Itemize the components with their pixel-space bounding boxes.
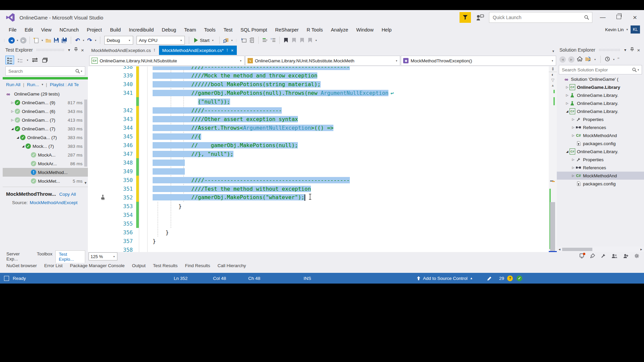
outline-margin[interactable]: [139, 193, 148, 202]
outline-margin[interactable]: [139, 158, 148, 167]
code-line[interactable]: 341 //gamerObj.MakePotions(null).Throws(…: [88, 88, 549, 97]
user-name[interactable]: Kevin Lin: [605, 27, 624, 32]
run-all-link[interactable]: Run All: [6, 82, 20, 87]
test-tree-item[interactable]: ◢✓OnlineGam... (7)383 ms: [3, 124, 88, 133]
menu-analyze[interactable]: Analyze: [327, 26, 352, 34]
code-text[interactable]: //}, "null");: [148, 151, 549, 157]
menu-debug[interactable]: Debug: [158, 26, 180, 34]
code-line[interactable]: 339 ////Mock the method and throw except…: [88, 71, 549, 80]
brush-icon[interactable]: [590, 253, 595, 259]
navigate-forward-button[interactable]: ►: [20, 37, 26, 44]
solution-tree-item[interactable]: ▷C#OnlineGame.Library: [557, 83, 644, 91]
solution-tree-item[interactable]: ▷C#MockMethodAnd: [557, 131, 644, 139]
wrench-icon[interactable]: [601, 253, 606, 259]
ncrunch-filter-icon[interactable]: [460, 12, 471, 23]
code-line[interactable]: 346 // gamerObj.MakePotions(null);: [88, 141, 549, 149]
menu-window[interactable]: Window: [352, 26, 378, 34]
outline-margin[interactable]: [139, 132, 148, 141]
outline-margin[interactable]: [139, 176, 148, 184]
collapsed-arrow-icon[interactable]: ▷: [571, 126, 576, 129]
close-icon[interactable]: ×: [79, 47, 86, 53]
code-line[interactable]: 356 }: [88, 228, 549, 237]
scroll-up-icon[interactable]: ▲: [549, 83, 557, 88]
panel-tab-call-hierarchy[interactable]: Call Hierarchy: [215, 262, 249, 269]
save-button[interactable]: [53, 37, 60, 44]
panel-tab-test-results[interactable]: Test Results: [150, 262, 181, 269]
outline-margin[interactable]: [139, 106, 148, 115]
back-button[interactable]: ◄: [559, 56, 566, 63]
outline-margin[interactable]: [139, 202, 148, 210]
new-file-button[interactable]: [33, 37, 40, 44]
close-button[interactable]: ×: [629, 13, 641, 21]
close-tab-icon[interactable]: ×: [231, 48, 233, 53]
scrollbar-map-icon[interactable]: ◐: [549, 72, 557, 77]
code-text[interactable]: }: [148, 203, 549, 209]
code-line[interactable]: 352 //gamerObj.MakePotions("whatever");: [88, 193, 549, 202]
feedback-icon[interactable]: [476, 14, 484, 21]
pending-changes-filter-icon[interactable]: [605, 56, 610, 63]
test-tree-item[interactable]: ✓MockA...287 ms: [3, 150, 88, 159]
code-text[interactable]: //{: [148, 133, 549, 140]
outline-margin[interactable]: [139, 167, 148, 176]
test-tree-item[interactable]: ▷✓OnlineGam... (9)817 ms: [3, 98, 88, 107]
code-text[interactable]: [148, 160, 549, 166]
test-views-button[interactable]: [41, 56, 49, 64]
run-menu-link[interactable]: Run...: [27, 82, 39, 87]
outline-margin[interactable]: [139, 237, 148, 245]
menu-build[interactable]: Build: [106, 26, 125, 34]
outline-margin[interactable]: [139, 228, 148, 237]
code-line[interactable]: ("null"));: [88, 97, 549, 106]
expanded-arrow-icon[interactable]: ◢: [565, 110, 570, 113]
expanded-arrow-icon[interactable]: ◢: [21, 144, 25, 148]
user-avatar[interactable]: KL: [631, 25, 640, 34]
menu-help[interactable]: Help: [378, 26, 396, 34]
editor-zoom-control[interactable]: 125 %▾: [89, 252, 117, 260]
close-icon[interactable]: ×: [635, 47, 642, 53]
pin-icon[interactable]: ⊺: [154, 48, 156, 53]
next-bookmark-icon[interactable]: [299, 37, 306, 44]
run-tests-after-build-button[interactable]: [31, 56, 39, 64]
collapsed-arrow-icon[interactable]: ▷: [571, 134, 576, 137]
save-all-button[interactable]: [61, 37, 68, 44]
home-icon[interactable]: [577, 56, 583, 62]
code-text[interactable]: //Assert.Throws<ArgumentNullException>((…: [148, 125, 549, 131]
code-text[interactable]: // gamerObj.MakePotions(null);: [148, 142, 549, 148]
solution-tree-item[interactable]: ▷Properties: [557, 115, 644, 123]
pin-icon[interactable]: [629, 47, 635, 53]
code-line[interactable]: 342 ////------------------------: [88, 106, 549, 115]
menu-ncrunch[interactable]: NCrunch: [56, 26, 83, 34]
start-debug-button[interactable]: Start▾: [192, 38, 216, 43]
code-text[interactable]: ////------------------------------------…: [148, 66, 549, 70]
menu-tools[interactable]: Tools: [200, 26, 220, 34]
outline-margin[interactable]: [139, 71, 148, 80]
outline-margin[interactable]: [139, 184, 148, 193]
outline-margin[interactable]: [139, 80, 148, 88]
comment-lines-icon[interactable]: [262, 37, 268, 44]
test-tree-item[interactable]: ✓MockAr...86 ms: [3, 159, 88, 168]
collapsed-arrow-icon[interactable]: ▷: [10, 110, 15, 113]
panel-tab-error-list[interactable]: Error List: [41, 262, 66, 269]
menu-team[interactable]: Team: [180, 26, 200, 34]
add-to-source-control-button[interactable]: Add to Source Control ▲: [417, 273, 473, 284]
ncrunch-test-count[interactable]: 29: [499, 273, 504, 284]
solution-search-box[interactable]: ▾: [559, 65, 642, 74]
run-menu-caret-icon[interactable]: ▾: [42, 83, 43, 86]
code-line[interactable]: 354: [88, 210, 549, 219]
solution-tree-item[interactable]: ▷C#MockMethodAnd: [557, 172, 644, 180]
expanded-arrow-icon[interactable]: ◢: [10, 127, 15, 130]
expanded-arrow-icon[interactable]: ◢: [15, 136, 20, 139]
solution-search-input[interactable]: [561, 67, 632, 73]
navigate-back-button[interactable]: ◄: [8, 37, 15, 44]
solution-tree-item[interactable]: ◢C#OnlineGame.Library.: [557, 147, 644, 156]
code-line[interactable]: 357}: [88, 237, 549, 245]
panel-tab-package-manager-console[interactable]: Package Manager Console: [67, 262, 128, 269]
collapsed-arrow-icon[interactable]: ▷: [571, 118, 576, 121]
platform-dropdown[interactable]: Any CPU▾: [137, 36, 185, 45]
user-menu-caret-icon[interactable]: ▾: [626, 28, 628, 31]
code-text[interactable]: ////------------------------------------…: [148, 177, 549, 183]
undo-button[interactable]: ↶: [74, 37, 81, 44]
collapsed-arrow-icon[interactable]: ▷: [565, 85, 570, 89]
ncrunch-question-badge[interactable]: ?: [507, 276, 513, 281]
code-line[interactable]: 345 //{: [88, 132, 549, 141]
outline-margin[interactable]: [139, 66, 148, 71]
